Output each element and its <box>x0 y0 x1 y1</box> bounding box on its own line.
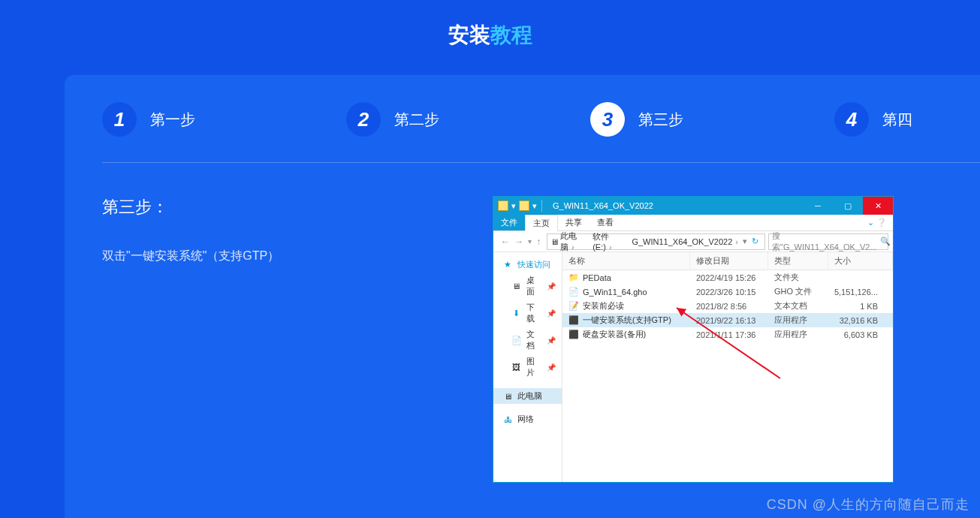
nav-quick-access[interactable]: ★快速访问 <box>493 257 562 273</box>
explorer-body: ★快速访问 🖥桌面📌 ⬇下载📌 📄文档📌 🖼图片📌 🖥此电脑 🖧网络 名称 修改… <box>493 252 893 482</box>
crumb-pc[interactable]: 此电脑 <box>560 230 591 253</box>
ribbon-tab-view[interactable]: 查看 <box>590 215 621 230</box>
explorer-titlebar: ▾ ▾ G_WIN11_X64_OK_V2022 ─ ▢ ✕ <box>493 197 893 215</box>
step-1-label: 第一步 <box>150 110 195 130</box>
column-headers: 名称 修改日期 类型 大小 <box>562 252 893 270</box>
step-4-number: 4 <box>834 102 869 137</box>
document-icon: 📄 <box>511 336 522 345</box>
step-4-label: 第四 <box>882 110 912 130</box>
ribbon-tabs: 文件 主页 共享 查看 ⌄ ❔ <box>493 215 893 231</box>
step-3[interactable]: 3 第三步 <box>590 102 834 137</box>
page-title: 安装教程 <box>0 0 980 50</box>
folder-icon <box>519 200 529 211</box>
col-size[interactable]: 大小 <box>828 252 893 270</box>
pin-icon: 📌 <box>547 282 556 291</box>
exe-icon: ⬛ <box>568 330 579 339</box>
pin-icon: 📌 <box>547 309 556 318</box>
pin-icon: 📌 <box>547 363 556 372</box>
nav-downloads[interactable]: ⬇下载📌 <box>493 300 562 327</box>
picture-icon: 🖼 <box>511 363 522 372</box>
refresh-icon[interactable]: ↻ <box>749 236 761 246</box>
step-2-number: 2 <box>346 102 381 137</box>
dropdown-icon[interactable]: ▾ <box>743 236 747 246</box>
overflow-icon[interactable]: ▾ <box>532 201 537 211</box>
download-icon: ⬇ <box>511 309 522 318</box>
col-type[interactable]: 类型 <box>768 252 828 270</box>
up-button[interactable]: ↑ <box>536 236 541 247</box>
file-row[interactable]: ⬛一键安装系统(支持GTP) 2021/9/22 16:13 应用程序 32,9… <box>562 313 893 327</box>
col-date[interactable]: 修改日期 <box>690 252 768 270</box>
crumb-drive[interactable]: 软件 (E:) <box>593 231 630 251</box>
file-row[interactable]: 📝安装前必读 2021/8/2 8:56 文本文档 1 KB <box>562 299 893 313</box>
title-part2: 教程 <box>490 23 532 47</box>
tutorial-card: 1 第一步 2 第二步 3 第三步 4 第四 第三步： 双击"一键安装系统"（支… <box>65 75 980 518</box>
gho-icon: 📄 <box>568 288 579 297</box>
step-2-label: 第二步 <box>394 110 439 130</box>
exe-icon: ⬛ <box>568 316 579 325</box>
txt-icon: 📝 <box>568 302 579 311</box>
crumb-folder[interactable]: G_WIN11_X64_OK_V2022 <box>632 237 741 246</box>
folder-icon <box>498 200 508 211</box>
step-text: 第三步： 双击"一键安装系统"（支持GTP） <box>102 196 463 483</box>
title-part1: 安装 <box>448 23 490 47</box>
step-description: 双击"一键安装系统"（支持GTP） <box>102 245 463 267</box>
expand-icon[interactable]: ▾ <box>511 201 516 211</box>
nav-pictures[interactable]: 🖼图片📌 <box>493 354 562 381</box>
back-button[interactable]: ← <box>501 236 510 247</box>
steps-nav: 1 第一步 2 第二步 3 第三步 4 第四 <box>102 102 980 163</box>
address-bar[interactable]: 🖥 此电脑 软件 (E:) G_WIN11_X64_OK_V2022 ▾ ↻ <box>547 233 765 250</box>
pc-icon: 🖥 <box>502 392 513 401</box>
star-icon: ★ <box>502 261 513 270</box>
folder-icon: 📁 <box>568 273 579 282</box>
nav-arrows: ← → ▾ ↑ <box>498 236 544 247</box>
file-row[interactable]: 📁PEData 2022/4/19 15:26 文件夹 <box>562 270 893 285</box>
search-icon[interactable]: 🔍 <box>880 236 891 246</box>
address-bar-row: ← → ▾ ↑ 🖥 此电脑 软件 (E:) G_WIN11_X64_OK_V20… <box>493 231 893 252</box>
minimize-button[interactable]: ─ <box>803 197 833 215</box>
explorer-window: ▾ ▾ G_WIN11_X64_OK_V2022 ─ ▢ ✕ 文件 主页 共享 … <box>493 196 894 483</box>
recent-button[interactable]: ▾ <box>528 237 532 245</box>
col-name[interactable]: 名称 <box>562 252 690 270</box>
nav-network[interactable]: 🖧网络 <box>493 411 562 427</box>
step-heading: 第三步： <box>102 196 463 218</box>
desktop-icon: 🖥 <box>511 282 522 291</box>
window-title: G_WIN11_X64_OK_V2022 <box>548 201 803 210</box>
step-4[interactable]: 4 第四 <box>834 102 980 137</box>
search-placeholder: 搜索"G_WIN11_X64_OK_V2... <box>772 230 877 253</box>
nav-this-pc[interactable]: 🖥此电脑 <box>493 388 562 404</box>
search-box[interactable]: 搜索"G_WIN11_X64_OK_V2... 🔍 <box>768 233 888 250</box>
file-list: 名称 修改日期 类型 大小 📁PEData 2022/4/19 15:26 文件… <box>562 252 893 482</box>
pin-icon: 📌 <box>547 336 556 345</box>
step-1-number: 1 <box>102 102 137 137</box>
network-icon: 🖧 <box>502 415 513 424</box>
ribbon-tab-share[interactable]: 共享 <box>558 215 590 230</box>
step-3-label: 第三步 <box>638 110 683 130</box>
titlebar-quick-icons: ▾ ▾ <box>493 200 548 212</box>
watermark: CSDN @人生的方向随自己而走 <box>767 495 969 513</box>
file-row[interactable]: ⬛硬盘安装器(备用) 2021/1/11 17:36 应用程序 6,603 KB <box>562 327 893 342</box>
ribbon-tab-home[interactable]: 主页 <box>525 215 558 231</box>
ribbon-file[interactable]: 文件 <box>493 215 525 230</box>
nav-pane: ★快速访问 🖥桌面📌 ⬇下载📌 📄文档📌 🖼图片📌 🖥此电脑 🖧网络 <box>493 252 562 482</box>
nav-desktop[interactable]: 🖥桌面📌 <box>493 273 562 300</box>
close-button[interactable]: ✕ <box>863 197 893 215</box>
ribbon-help-icon[interactable]: ⌄ ❔ <box>861 215 893 230</box>
step-1[interactable]: 1 第一步 <box>102 102 346 137</box>
nav-documents[interactable]: 📄文档📌 <box>493 327 562 354</box>
maximize-button[interactable]: ▢ <box>833 197 863 215</box>
file-row[interactable]: 📄G_Win11_64.gho 2022/3/26 10:15 GHO 文件 5… <box>562 285 893 299</box>
step-2[interactable]: 2 第二步 <box>346 102 590 137</box>
step-3-number: 3 <box>590 102 625 137</box>
forward-button[interactable]: → <box>514 236 523 247</box>
step-content: 第三步： 双击"一键安装系统"（支持GTP） ▾ ▾ G_WIN11_X64_O… <box>102 163 980 483</box>
pc-icon: 🖥 <box>550 237 559 246</box>
